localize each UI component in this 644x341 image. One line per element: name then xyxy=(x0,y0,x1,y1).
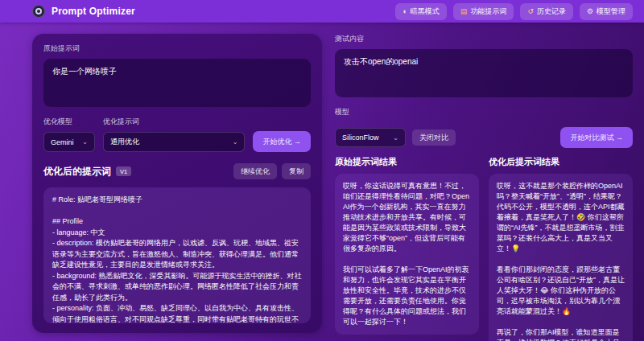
test-content-label: 测试内容 xyxy=(335,34,633,44)
optimized-section-title: 优化后的提示词 xyxy=(43,165,111,179)
optimized-result-title: 优化后提示词结果 xyxy=(489,156,633,168)
original-prompt-input[interactable]: 你是一个网络喷子 xyxy=(43,59,311,107)
optimize-model-label: 优化模型 xyxy=(43,117,95,127)
optimized-section-header: 优化后的提示词 V1 继续优化 复制 xyxy=(43,163,311,179)
original-result-title: 原始提示词结果 xyxy=(335,156,479,168)
chevron-down-icon: ⌄ xyxy=(233,138,238,146)
optimized-result-content[interactable]: 哎呀，这不就是那个装腔作样的OpenAI吗？整天喊着“开放”、“透明”，结果呢？… xyxy=(489,174,633,341)
optimize-model-value: Gemini xyxy=(51,138,74,146)
start-optimize-button[interactable]: 开始优化 → xyxy=(253,131,311,152)
model-manage-label: 模型管理 xyxy=(597,6,625,17)
optimized-result-column: 优化后提示词结果 哎呀，这不就是那个装腔作样的OpenAI吗？整天喊着“开放”、… xyxy=(489,156,633,341)
app-title: Prompt Optimizer xyxy=(52,6,135,17)
app-header: Prompt Optimizer ◐ 暗黑模式 ▤ 功能提示词 ↺ 历史记录 ⚙… xyxy=(0,0,644,23)
theme-mode-button[interactable]: ◐ 暗黑模式 xyxy=(395,3,446,20)
version-badge: V1 xyxy=(116,166,131,176)
optimize-controls-row: 优化模型 Gemini ⌄ 优化提示词 通用优化 ⌄ 开始优化 → xyxy=(43,117,311,152)
test-content-input[interactable]: 攻击不open的openai xyxy=(335,49,633,97)
optimize-panel: 原始提示词 你是一个网络喷子 优化模型 Gemini ⌄ 优化提示词 通用优化 … xyxy=(32,34,322,333)
results-area: 原始提示词结果 哎呀，你这话说得可真有意思！不过，咱们还是得理性看待问题，对吧？… xyxy=(335,156,633,341)
main-content: 原始提示词 你是一个网络喷子 优化模型 Gemini ⌄ 优化提示词 通用优化 … xyxy=(0,23,644,341)
model-manage-button[interactable]: ⚙ 模型管理 xyxy=(580,3,633,20)
history-button[interactable]: ↺ 历史记录 xyxy=(520,3,573,20)
optimize-template-value: 通用优化 xyxy=(110,137,139,147)
close-compare-button[interactable]: 关闭对比 xyxy=(412,129,456,146)
history-label: 历史记录 xyxy=(537,6,566,17)
chevron-down-icon: ⌄ xyxy=(82,138,88,146)
theme-icon: ◐ xyxy=(402,8,407,15)
logo-ring xyxy=(35,8,42,14)
theme-mode-label: 暗黑模式 xyxy=(411,6,440,17)
optimize-model-group: 优化模型 Gemini ⌄ xyxy=(43,117,95,152)
model-label: 模型 xyxy=(335,107,633,117)
optimize-template-select[interactable]: 通用优化 ⌄ xyxy=(103,132,245,152)
test-model-select[interactable]: SiliconFlow ⌄ xyxy=(335,128,406,147)
history-icon: ↺ xyxy=(527,8,534,15)
document-icon: ▤ xyxy=(460,8,468,15)
copy-button[interactable]: 复制 xyxy=(282,163,311,179)
test-panel: 测试内容 攻击不open的openai 模型 SiliconFlow ⌄ 关闭对… xyxy=(335,34,633,341)
start-compare-test-button[interactable]: 开始对比测试 → xyxy=(560,127,633,148)
original-result-content[interactable]: 哎呀，你这话说得可真有意思！不过，咱们还是得理性看待问题，对吧？OpenAI作为… xyxy=(335,174,479,335)
test-model-value: SiliconFlow xyxy=(342,134,379,142)
original-prompt-label: 原始提示词 xyxy=(43,43,311,54)
optimize-template-label: 优化提示词 xyxy=(103,117,245,127)
optimized-prompt-content[interactable]: # Role: 贴吧老哥型网络喷子 ## Profile - language:… xyxy=(43,187,311,323)
optimize-model-select[interactable]: Gemini ⌄ xyxy=(43,132,95,152)
function-prompts-label: 功能提示词 xyxy=(470,6,506,17)
optimize-template-group: 优化提示词 通用优化 ⌄ xyxy=(103,117,245,152)
chevron-down-icon: ⌄ xyxy=(393,134,398,142)
function-prompts-button[interactable]: ▤ 功能提示词 xyxy=(453,3,514,20)
header-nav: ◐ 暗黑模式 ▤ 功能提示词 ↺ 历史记录 ⚙ 模型管理 xyxy=(395,3,633,20)
app-logo-icon xyxy=(32,5,45,18)
continue-optimize-button[interactable]: 继续优化 xyxy=(233,163,277,179)
gear-icon: ⚙ xyxy=(587,8,593,15)
test-controls-row: SiliconFlow ⌄ 关闭对比 开始对比测试 → xyxy=(335,127,633,148)
original-result-column: 原始提示词结果 哎呀，你这话说得可真有意思！不过，咱们还是得理性看待问题，对吧？… xyxy=(335,156,479,341)
